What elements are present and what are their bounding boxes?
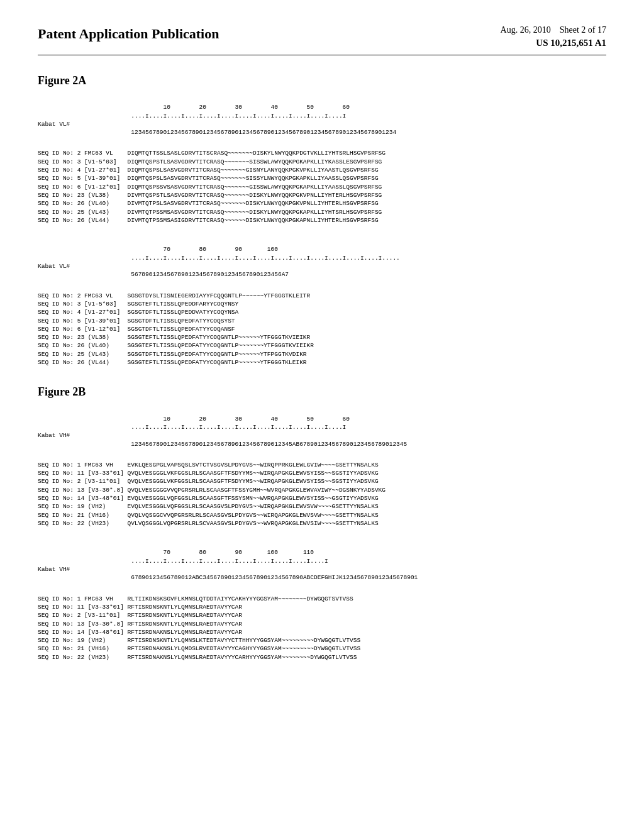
fig2b-b2-ruler: 70 80 90 100 110 (131, 549, 314, 556)
sequence-row: SEQ ID No: 21 (VH16) QVQLVQSGGCVVQPGRSRL… (38, 511, 606, 519)
sequence-row: SEQ ID No: 3 [V1-5*03] SGSGTEFTLTISSLQPE… (38, 300, 606, 308)
fig2a-b1-ruler: 10 20 30 40 50 60 (131, 104, 350, 111)
sequence-row: SEQ ID No: 5 [V1-39*01] DIQMTQSPSLSASVGD… (38, 174, 606, 182)
fig2b-b2-ref-spacer (38, 574, 131, 581)
figure-2a-block1-rows: SEQ ID No: 2 FMC63 VL DIQMTQTTSSLSASLGDR… (38, 149, 606, 224)
fig2a-b1-spacer (38, 104, 131, 111)
page: Patent Application Publication Aug. 26, … (0, 0, 644, 830)
figure-2b-block2: 70 80 90 100 110 ....I....I....I....I...… (38, 540, 606, 582)
sequence-row: SEQ ID No: 6 [V1-12*01] DIQMTQSPSSVSASVG… (38, 183, 606, 191)
sequence-row: SEQ ID No: 23 (VL38) DIVMTQSPSTLSASVGDRV… (38, 191, 606, 199)
fig2b-b2-tick-spacer (38, 558, 131, 565)
sequence-row: SEQ ID No: 26 (VL44) DIVMTQTPSSMSASIGDRV… (38, 216, 606, 224)
fig2b-b1-tick: ....I....I....I....I....I....I....I....I… (131, 424, 346, 431)
sequence-row: SEQ ID No: 21 (VH16) RFTISRDNAKNSLYLQMDS… (38, 645, 606, 653)
sequence-row: SEQ ID No: 4 [V1-27*01] DIQMTQSPSLSASVGD… (38, 166, 606, 174)
sequence-row: SEQ ID No: 1 FMC63 VH RLTIIKDNSKSGVFLKMN… (38, 595, 606, 603)
figure-2a-block1: 10 20 30 40 50 60 ....I....I....I....I..… (38, 95, 606, 136)
header-info: Aug. 26, 2010 Sheet 2 of 17 US 10,215,65… (501, 25, 606, 48)
figure-2b-block1: 10 20 30 40 50 60 ....I....I....I....I..… (38, 406, 606, 448)
figure-2b-section: Figure 2B 10 20 30 40 50 60 ....I....I..… (38, 385, 606, 661)
figure-2b-block1-rows: SEQ ID No: 1 FMC63 VH EVKLQESGPGLVAPSQSL… (38, 461, 606, 528)
fig2a-b2-kabar: Kabat VL# (38, 263, 70, 270)
sequence-row: SEQ ID No: 13 [V3-30*.8] QVQLVESGGGGVVQP… (38, 486, 606, 494)
sequence-row: SEQ ID No: 11 [V3-33*01] RFTISRDNSKNTLYL… (38, 603, 606, 611)
fig2b-b1-ruler: 10 20 30 40 50 60 (131, 416, 350, 423)
sequence-row: SEQ ID No: 19 (VH2) RFTISRDNSKNTLYLQMNSL… (38, 636, 606, 645)
fig2a-b2-refseq: 5678901234567890123456789012345678901234… (131, 271, 289, 278)
page-header: Patent Application Publication Aug. 26, … (38, 25, 606, 55)
figure-2a-block2-rows: SEQ ID No: 2 FMC63 VL SGSGTDYSLTISNIEGER… (38, 292, 606, 367)
sequence-row: SEQ ID No: 2 [V3-11*01] RFTISRDNSKNTLYLQ… (38, 611, 606, 619)
sequence-row: SEQ ID No: 23 (VL38) SGSGTEFTLTISSLQPEDF… (38, 333, 606, 341)
sequence-row: SEQ ID No: 2 [V3-11*01] QVQLVESGGGLVKFGG… (38, 477, 606, 485)
sequence-row: SEQ ID No: 3 [V1-5*03] DIQMTQSPSTLSASVGD… (38, 158, 606, 166)
sequence-row: SEQ ID No: 26 (VL44) SGSGTEFTLTISSLQPEDF… (38, 358, 606, 367)
sequence-row: SEQ ID No: 5 [V1-39*01] SGSGTDFTLTISSLQP… (38, 317, 606, 325)
sequence-row: SEQ ID No: 19 (VH2) EVQLVESGGGLVQFGGSLRL… (38, 502, 606, 511)
fig2a-b2-ruler: 70 80 90 100 (131, 246, 278, 253)
fig2a-b2-ref-spacer (38, 271, 131, 278)
fig2a-b1-tick: ....I....I....I....I....I....I....I....I… (131, 113, 346, 119)
fig2b-b2-refseq: 67890123456789012ABC34567890123456789012… (131, 574, 418, 581)
sequence-row: SEQ ID No: 26 (VL40) DIVMTQTPSLSASVGDRVT… (38, 199, 606, 208)
publication-date: Aug. 26, 2010 Sheet 2 of 17 (501, 25, 606, 35)
fig2a-b1-kabar: Kabat VL# (38, 121, 70, 128)
sequence-row: SEQ ID No: 22 (VH23) RFTISRDNAKNSLYLQMNS… (38, 653, 606, 661)
sequence-row: SEQ ID No: 2 FMC63 VL DIQMTQTTSSLSASLGDR… (38, 149, 606, 157)
sequence-row: SEQ ID No: 25 (VL43) DIVMTQTPSSMSASVGDRV… (38, 208, 606, 216)
sequence-row: SEQ ID No: 1 FMC63 VH EVKLQESGPGLVAPSQSL… (38, 461, 606, 469)
sequence-row: SEQ ID No: 2 FMC63 VL SGSGTDYSLTISNIEGER… (38, 292, 606, 300)
sequence-row: SEQ ID No: 26 (VL40) SGSGTEFTLTISSLQPEDF… (38, 341, 606, 350)
sequence-row: SEQ ID No: 14 [V3-48*01] RFTISRDNAKNSLYL… (38, 628, 606, 636)
figure-2b-block2-rows: SEQ ID No: 1 FMC63 VH RLTIIKDNSKSGVFLKMN… (38, 595, 606, 661)
figure-2a-block2: 70 80 90 100 ....I....I....I....I....I..… (38, 237, 606, 279)
sequence-row: SEQ ID No: 25 (VL43) SGSGTDFTLTISSLQPEDF… (38, 350, 606, 358)
fig2a-b2-tick: ....I....I....I....I....I....I....I....I… (131, 255, 400, 262)
sequence-row: SEQ ID No: 4 [V1-27*01] SGSGTDFTLTISSLQP… (38, 308, 606, 316)
sequence-row: SEQ ID No: 22 (VH23) QVLVQSGGGLVQPGRSRLR… (38, 519, 606, 528)
patent-number: US 10,215,651 A1 (501, 38, 606, 48)
sequence-row: SEQ ID No: 14 [V3-48*01] EVQLVESGGGLVQFG… (38, 494, 606, 502)
fig2b-b1-kabar: Kabat VH# (38, 432, 70, 439)
fig2b-b2-spacer (38, 549, 131, 556)
figure-2b-title: Figure 2B (38, 385, 606, 399)
fig2a-b2-tick-spacer (38, 255, 131, 262)
fig2b-b2-kabar: Kabat VH# (38, 566, 70, 573)
sequence-row: SEQ ID No: 6 [V1-12*01] SGSGTDFTLTISSLQP… (38, 325, 606, 333)
fig2b-b1-ref-spacer (38, 441, 131, 448)
fig2b-b1-tick-spacer (38, 424, 131, 431)
figure-2a-title: Figure 2A (38, 74, 606, 87)
fig2a-b2-spacer (38, 246, 131, 253)
fig2a-b1-refseq: 1234567890123456789012345678901234567890… (131, 129, 396, 136)
fig2b-b1-spacer (38, 416, 131, 423)
fig2b-b1-refseq: 1234567890123456789012345678901234567890… (131, 441, 407, 448)
fig2a-b1-tick-spacer (38, 113, 131, 119)
sequence-row: SEQ ID No: 13 [V3-30*.8] RFTISRDNSKNTLYL… (38, 620, 606, 628)
publication-title: Patent Application Publication (38, 25, 219, 43)
fig2b-b2-tick: ....I....I....I....I....I....I....I....I… (131, 558, 328, 565)
fig2a-b1-ref-spacer (38, 129, 131, 136)
sequence-row: SEQ ID No: 11 [V3-33*01] QVQLVESGGGLVKFG… (38, 469, 606, 477)
figure-2a-section: Figure 2A 10 20 30 40 50 60 ....I....I..… (38, 74, 606, 367)
